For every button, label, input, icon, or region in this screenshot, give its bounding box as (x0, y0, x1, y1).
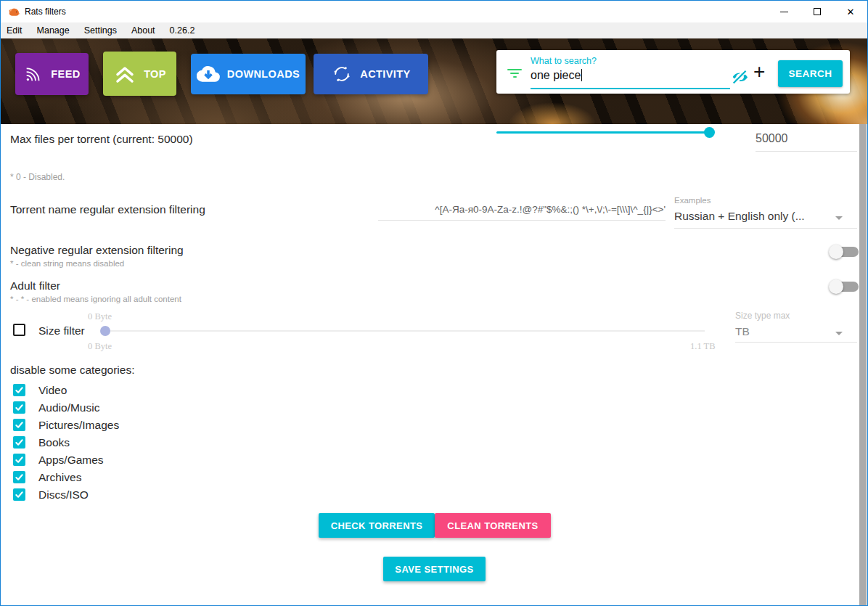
category-label: Books (38, 436, 70, 449)
menu-bar: Edit Manage Settings About 0.26.2 (1, 22, 867, 38)
max-files-slider[interactable] (496, 131, 713, 134)
top-button-label: TOP (144, 68, 166, 80)
window-title: Rats filters (25, 7, 66, 17)
categories-heading: disable some categories: (10, 364, 134, 377)
maximize-button[interactable] (801, 1, 834, 22)
close-icon: ✕ (847, 7, 855, 17)
save-settings-button[interactable]: SAVE SETTINGS (383, 557, 486, 581)
feed-button-label: FEED (51, 68, 80, 80)
examples-select-underline (674, 228, 857, 229)
minimize-icon (780, 12, 788, 12)
regex-filter-label: Torrent name regular extension filtering (10, 203, 205, 216)
activity-button-label: ACTIVITY (360, 68, 410, 80)
filter-icon (507, 69, 523, 81)
toggle-knob (829, 245, 843, 259)
menu-manage[interactable]: Manage (37, 25, 78, 36)
settings-panel: Max files per torrent (current: 50000) 5… (1, 124, 867, 605)
menu-edit[interactable]: Edit (7, 25, 30, 36)
size-filter-checkbox[interactable] (13, 324, 25, 336)
check-torrents-button[interactable]: CHECK TORRENTS (319, 513, 435, 538)
category-label: Video (38, 384, 67, 397)
size-current-label: 0 Byte (88, 311, 112, 322)
checked-checkbox-icon (13, 419, 25, 431)
checked-checkbox-icon (13, 454, 25, 466)
adult-filter-toggle[interactable] (829, 279, 859, 294)
vertical-scrollbar[interactable] (859, 124, 867, 606)
max-files-slider-handle[interactable] (704, 127, 715, 138)
search-underline (531, 88, 730, 89)
rat-app-icon (8, 6, 20, 18)
size-max-label: 1.1 TB (690, 341, 716, 352)
menu-settings[interactable]: Settings (84, 25, 125, 36)
top-button[interactable]: TOP (103, 52, 176, 96)
add-search-icon[interactable]: + (753, 62, 765, 82)
size-slider-handle[interactable] (100, 326, 110, 336)
rss-feed-icon (23, 64, 44, 84)
negative-filter-note: * - clean string means disabled (10, 259, 124, 268)
double-chevron-up-icon (113, 62, 136, 86)
max-files-note: * 0 - Disabled. (10, 172, 65, 182)
checked-checkbox-icon (13, 471, 25, 483)
examples-label: Examples (674, 196, 711, 205)
toggle-knob (829, 279, 843, 294)
category-label: Discs/ISO (38, 488, 89, 501)
menu-about[interactable]: About (131, 25, 163, 36)
search-button[interactable]: SEARCH (778, 60, 843, 87)
checked-checkbox-icon (13, 401, 25, 414)
maximize-icon (814, 8, 821, 15)
max-files-input-underline (756, 151, 857, 152)
clean-torrents-button[interactable]: CLEAN TORRENTS (435, 513, 551, 538)
size-type-select[interactable]: TB (735, 325, 750, 338)
minimize-button[interactable] (767, 1, 801, 22)
max-files-label: Max files per torrent (current: 50000) (10, 133, 193, 146)
category-label: Pictures/Images (38, 419, 119, 432)
size-type-underline (735, 342, 857, 343)
category-label: Apps/Games (38, 454, 104, 467)
search-card: What to search? one piece + SEARCH (496, 50, 850, 94)
regex-filter-input[interactable]: ^[А-Яа-я0-9A-Za-z.!@?#"$%&:;() *\+,\/;\-… (367, 204, 666, 215)
size-filter-label: Size filter (38, 324, 85, 337)
title-bar: Rats filters ✕ (1, 1, 867, 22)
size-min-label: 0 Byte (88, 341, 112, 352)
category-label: Archives (38, 471, 81, 484)
window-controls: ✕ (767, 1, 867, 22)
max-files-input[interactable]: 50000 (756, 132, 857, 145)
activity-button[interactable]: ACTIVITY (314, 54, 428, 94)
regex-input-underline (378, 220, 666, 221)
text-cursor (581, 69, 582, 81)
negative-filter-label: Negative regular extension filtering (10, 244, 184, 257)
app-window: Rats filters ✕ Edit Manage Settings Abou… (0, 0, 868, 606)
feed-button[interactable]: FEED (15, 53, 89, 95)
search-input[interactable]: one piece (531, 69, 582, 82)
downloads-button-label: DOWNLOADS (227, 68, 300, 80)
search-field-label: What to search? (531, 56, 597, 66)
downloads-button[interactable]: DOWNLOADS (191, 54, 306, 94)
menu-version: 0.26.2 (170, 25, 203, 36)
size-filter-slider[interactable] (102, 330, 705, 332)
examples-select[interactable]: Russian + English only (... (674, 210, 834, 223)
header-banner: FEED TOP DOWNLOADS (1, 38, 867, 124)
chevron-down-icon[interactable] (835, 216, 843, 220)
checked-checkbox-icon (13, 384, 25, 396)
category-label: Audio/Music (38, 401, 99, 414)
sync-arrows-icon (331, 63, 353, 85)
eye-off-icon[interactable] (730, 69, 749, 85)
adult-filter-label: Adult filter (10, 279, 60, 292)
negative-filter-toggle[interactable] (829, 245, 859, 259)
checked-checkbox-icon (13, 436, 25, 449)
size-type-label: Size type max (735, 311, 790, 321)
checked-checkbox-icon (13, 488, 25, 501)
cloud-download-icon (197, 62, 220, 86)
close-button[interactable]: ✕ (834, 1, 867, 22)
adult-filter-note: * - * - enabled means ignoring all adult… (10, 295, 181, 303)
chevron-down-icon[interactable] (835, 332, 843, 335)
